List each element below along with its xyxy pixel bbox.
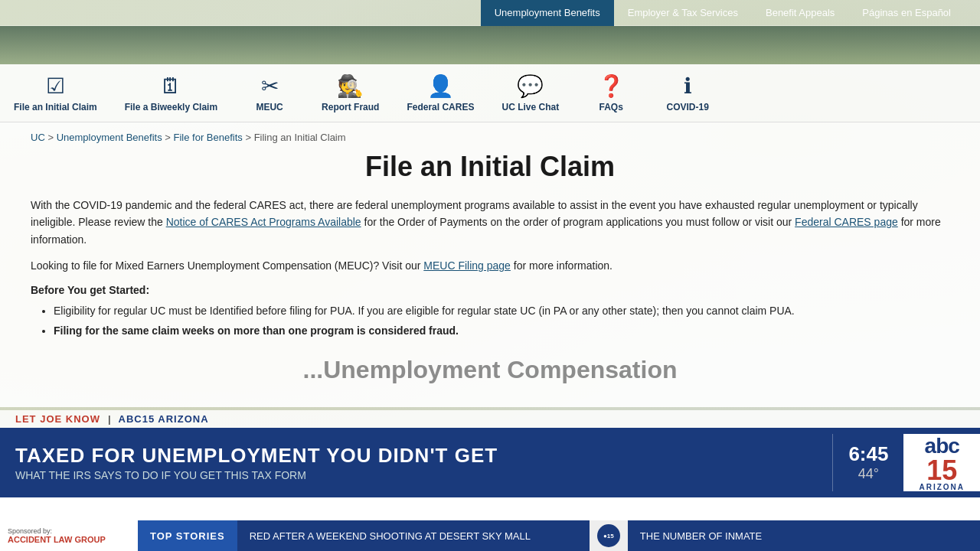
breadcrumb-current: Filing an Initial Claim	[254, 132, 346, 143]
meuc-paragraph: Looking to file for Mixed Earners Unempl…	[31, 257, 949, 274]
let-joe-bar: LET JOE KNOW | ABC15 ARIZONA	[0, 410, 980, 428]
nav-uc-live-chat[interactable]: 💬 UC Live Chat	[488, 70, 573, 116]
uc-live-chat-label: UC Live Chat	[501, 102, 559, 112]
meuc-text-after: for more information.	[511, 259, 612, 272]
sponsored-text: Sponsored by:	[8, 527, 106, 535]
bullet-item-1: Eligibility for regular UC must be Ident…	[54, 302, 949, 319]
news-ticker: TAXED FOR UNEMPLOYMENT YOU DIDN'T GET WH…	[0, 428, 980, 497]
breadcrumb-sep3: >	[245, 132, 253, 143]
accident-law-logo: ACCIDENT LAW GROUP	[8, 535, 106, 544]
abc15-station-label: ABC15 ARIZONA	[119, 413, 209, 425]
nav-employer-tax[interactable]: Employer & Tax Services	[614, 0, 752, 26]
federal-cares-label: Federal CARES	[407, 102, 474, 112]
meuc-filing-link[interactable]: MEUC Filing page	[423, 259, 511, 272]
ticker-time-block: 6:45 44°	[832, 434, 903, 491]
ticker-time: 6:45	[848, 442, 888, 466]
top-navigation: Unemployment Benefits Employer & Tax Ser…	[0, 0, 980, 26]
federal-cares-icon: 👤	[427, 73, 454, 99]
report-fraud-icon: 🕵	[337, 73, 364, 99]
ticker-subline: WHAT THE IRS SAYS TO DO IF YOU GET THIS …	[15, 469, 817, 481]
before-started-heading: Before You get Started:	[31, 284, 949, 296]
nav-initial-claim[interactable]: ☑ File an Initial Claim	[0, 70, 111, 116]
nav-biweekly-claim[interactable]: 🗓 File a Biweekly Claim	[111, 70, 231, 116]
breadcrumb-uc[interactable]: UC	[31, 132, 45, 143]
meuc-icon: ✂	[261, 73, 279, 99]
ticker-headline: TAXED FOR UNEMPLOYMENT YOU DIDN'T GET	[15, 444, 817, 468]
uc-live-chat-icon: 💬	[517, 73, 544, 99]
federal-cares-link[interactable]: Federal CARES page	[795, 216, 898, 228]
section-heading-fade: ...Unemployment Compensation	[31, 348, 949, 392]
ticker-main: TAXED FOR UNEMPLOYMENT YOU DIDN'T GET WH…	[0, 434, 832, 491]
before-started-list: Eligibility for regular UC must be Ident…	[31, 302, 949, 340]
page-title: File an Initial Claim	[31, 151, 949, 183]
bullet-item-2: Filing for the same claim weeks on more …	[54, 322, 949, 339]
meuc-label: MEUC	[256, 102, 283, 112]
intro-text-middle: for the Order of Payments on the order o…	[361, 216, 795, 228]
main-content: UC > Unemployment Benefits > File for Be…	[0, 122, 980, 407]
let-joe-label: LET JOE KNOW	[15, 413, 100, 425]
ticker-temp: 44°	[858, 466, 879, 482]
nav-report-fraud[interactable]: 🕵 Report Fraud	[308, 70, 393, 116]
covid19-label: COVID-19	[666, 102, 708, 112]
icon-navigation: ☑ File an Initial Claim 🗓 File a Biweekl…	[0, 64, 980, 122]
logo-num-text: 15	[926, 458, 957, 483]
biweekly-claim-icon: 🗓	[160, 73, 181, 99]
sponsored-info: Sponsored by: ACCIDENT LAW GROUP	[8, 527, 106, 544]
nav-unemployment-benefits[interactable]: Unemployment Benefits	[481, 0, 614, 26]
initial-claim-label: File an Initial Claim	[14, 102, 97, 112]
breadcrumb-file-benefits[interactable]: File for Benefits	[173, 132, 242, 143]
intro-paragraph: With the COVID-19 pandemic and the feder…	[31, 197, 949, 248]
covid19-icon: ℹ	[684, 73, 692, 99]
faqs-label: FAQs	[599, 102, 622, 112]
bottom-ticker: Sponsored by: ACCIDENT LAW GROUP TOP STO…	[0, 520, 980, 551]
nav-federal-cares[interactable]: 👤 Federal CARES	[393, 70, 488, 116]
breadcrumb-unemployment-benefits[interactable]: Unemployment Benefits	[57, 132, 162, 143]
breadcrumb-sep1: >	[47, 132, 56, 143]
news-overlay: LET JOE KNOW | ABC15 ARIZONA TAXED FOR U…	[0, 410, 980, 497]
meuc-text-before: Looking to file for Mixed Earners Unempl…	[31, 259, 423, 272]
hero-banner	[0, 26, 980, 64]
nav-espanol[interactable]: Páginas en Español	[848, 0, 965, 26]
bottom-ticker-logo: ●15	[590, 520, 628, 551]
breadcrumb-sep2: >	[165, 132, 173, 143]
nav-covid19[interactable]: ℹ COVID-19	[649, 70, 726, 116]
nav-meuc[interactable]: ✂ MEUC	[231, 70, 308, 116]
report-fraud-label: Report Fraud	[322, 102, 379, 112]
ticker-logo-block: abc 15 ARIZONA	[903, 434, 980, 491]
bottom-ticker-logo-inner: ●15	[597, 524, 620, 547]
faqs-icon: ❓	[598, 73, 625, 99]
nav-benefit-appeals[interactable]: Benefit Appeals	[752, 0, 848, 26]
bottom-ticker-text2: THE NUMBER OF INMATE	[628, 520, 980, 551]
breadcrumb: UC > Unemployment Benefits > File for Be…	[31, 132, 949, 143]
abc15-logo: abc 15 ARIZONA	[919, 434, 965, 491]
initial-claim-icon: ☑	[46, 73, 65, 99]
let-joe-divider: |	[108, 413, 111, 425]
bottom-ticker-text: RED AFTER A WEEKEND SHOOTING AT DESERT S…	[237, 520, 590, 551]
nav-faqs[interactable]: ❓ FAQs	[573, 70, 649, 116]
cares-act-link[interactable]: Notice of CARES Act Programs Available	[166, 216, 361, 228]
bottom-ticker-label: TOP STORIES	[138, 520, 237, 551]
biweekly-claim-label: File a Biweekly Claim	[125, 102, 217, 112]
logo-arizona-text: ARIZONA	[919, 483, 965, 491]
sponsored-block: Sponsored by: ACCIDENT LAW GROUP	[0, 520, 138, 551]
top-nav-items: Unemployment Benefits Employer & Tax Ser…	[481, 0, 965, 26]
